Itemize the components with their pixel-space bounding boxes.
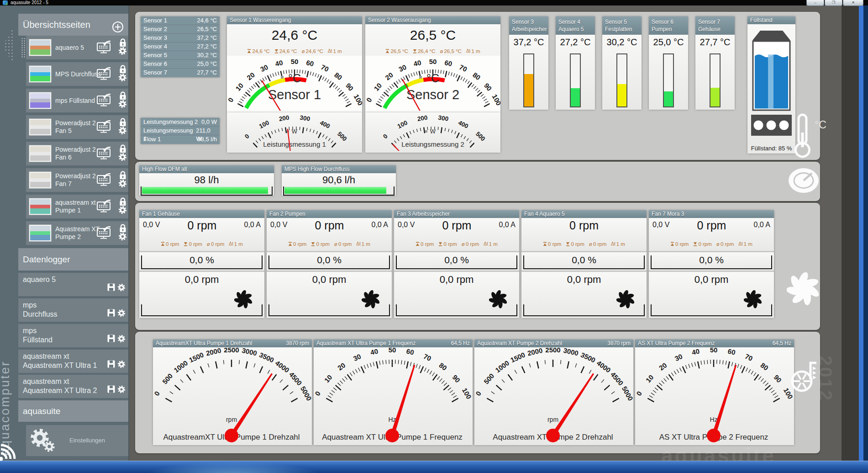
save-icon[interactable] [107,283,115,294]
min-icon [184,242,188,246]
sidebar-item-device[interactable]: mpsDurchfluss [18,298,129,322]
watermark-year: 2012 [815,356,836,402]
maximize-button[interactable]: ❐ [825,0,842,6]
gear-icon[interactable] [117,385,126,396]
fan-voltage: 0,0 V [398,219,415,229]
sidebar-page-item[interactable]: mps Füllstand [26,89,129,112]
svg-text:50: 50 [291,58,299,65]
svg-text:3000: 3000 [241,347,258,357]
svg-text:70: 70 [422,352,432,362]
collapse-arrow-icon[interactable] [1,26,13,65]
gear-icon[interactable] [117,309,126,319]
sidebar-page-item[interactable]: aquastream xtPumpe 1 [26,195,129,218]
stat-avg: ø24,6 °C [301,48,323,54]
gear-icon[interactable] [118,153,127,163]
svg-text:40: 40 [370,347,379,356]
send-to-display-icon[interactable] [96,200,112,214]
average-icon: ø [716,241,720,247]
stat-value: 1 m [616,241,625,247]
widget-header: Aquastream XT Pumpe 2 Drehzahl3870 rpm [474,340,633,347]
save-icon[interactable] [107,385,115,396]
widget-header: Aquastream XT Ultra Pumpe 1 Frequenz64,5… [314,340,473,347]
brand-vertical-text: aquacomputer [0,273,12,456]
average-icon: ø [207,241,210,247]
stat-value: 0 rpm [421,241,434,247]
sidebar-page-item[interactable]: MPS Durchfluss [26,62,129,86]
send-to-display-icon[interactable] [96,120,112,135]
page-thumbnail [29,198,52,215]
sidebar-page-item[interactable]: Poweradjust 2Fan 7 [26,168,129,192]
gear-icon[interactable] [118,47,127,57]
send-to-display-icon[interactable] [96,226,112,241]
gear-icon[interactable] [117,335,126,345]
gear-icon[interactable] [118,206,127,216]
fan-rpm-panel: 0,0 rpm [394,272,519,318]
sidebar-page-item[interactable]: Poweradjust 2Fan 6 [26,142,129,165]
stat-value: 24,6 °C [305,48,323,54]
sensor-list: Sensor 124,6 °CSensor 226,5 °CSensor 337… [141,16,220,77]
gear-icon[interactable] [118,126,127,137]
save-icon[interactable] [107,335,115,345]
sidebar-item-device[interactable]: mpsFüllstand [18,324,129,347]
flow-widget: MPS High Flow Durchfluss90,6 l/h [282,165,396,196]
thermometer-icon [791,113,815,161]
close-button[interactable]: ✕ [843,0,863,6]
rpm-bar [396,304,517,316]
drag-handle-icon[interactable] [21,37,25,58]
gauge-area: 0102030405060708090100°CSensor 2 [365,56,500,112]
svg-text:Leistungsmessung 2: Leistungsmessung 2 [401,140,464,148]
sensor-list-row: Sensor 727,7 °C [141,69,220,77]
gear-icon[interactable] [117,283,126,294]
level-bar [523,53,534,107]
sidebar-page-item[interactable]: aquaero 5 [26,36,129,59]
svg-text:0: 0 [365,96,373,103]
widget-title-line2: Festplatten [605,26,639,33]
svg-text:500: 500 [482,372,495,386]
stat-dt: Δt1 m [466,48,480,54]
gear-icon[interactable] [117,360,126,371]
sidebar-item-aquasuite[interactable]: aquasuite [18,400,129,422]
sidebar-item-device[interactable]: aquastream xtAquastream XT Ultra 1 [18,350,129,373]
device-icons [107,335,126,345]
svg-text:10: 10 [323,373,334,384]
fan-rpm-value: 0 rpm [315,219,344,232]
fan-readouts: 0,0 V0 rpm0,0 A [649,218,774,239]
send-to-display-icon[interactable] [96,94,112,108]
gear-icon[interactable] [118,100,127,110]
pump-gauge: 0500100015002000250030003500400045005000… [153,347,312,443]
sidebar-item-device[interactable]: aquastream xtAquastream XT Ultra 2 [18,375,129,398]
fan-rpm2-value: 0,0 rpm [649,272,774,286]
sidebar-item-datenlogger[interactable]: Datenlogger [18,248,129,271]
widget-title: Fan 3 Arbeitsspeicher [397,210,450,218]
fan-rpm2-value: 0,0 rpm [267,272,392,286]
gear-icon[interactable] [118,179,127,190]
sidebar-page-item[interactable]: Aquastream XTPumpe 2 [26,221,129,245]
svg-text:70: 70 [744,352,754,362]
widget-header: AS XT Ultra Pumpe 2 Frequenz64,5 Hz [635,340,794,347]
minimize-button[interactable]: – [806,0,824,6]
sidebar-page-item[interactable]: Poweradjust 2Fan 5 [26,115,129,139]
gear-icon[interactable] [118,232,127,243]
send-to-display-icon[interactable] [96,173,112,188]
power-list-row: Flow 198,5 l/h [141,135,220,144]
send-to-display-icon[interactable] [96,147,112,161]
sidebar-item-device[interactable]: aquaero 5 [18,273,129,296]
page-label-line1: mps Füllstand [55,97,95,105]
page-thumbnail [29,145,52,162]
stats-row: 0 rpm0 rpmø0 rpmΔt1 m [267,239,392,249]
sidebar-item-einstellungen[interactable]: Einstellungen [26,425,129,456]
save-icon[interactable] [107,360,115,371]
gear-icon[interactable] [118,73,127,84]
settings-label: Einstellungen [69,437,105,444]
send-to-display-icon[interactable] [96,67,112,82]
save-icon[interactable] [107,309,115,319]
svg-text:30: 30 [352,352,362,362]
max-icon [416,242,420,246]
stat-min: 0 rpm [438,241,457,247]
power-name: Leistungsmessung 1 [143,127,196,135]
svg-text:rpm: rpm [226,416,237,423]
widget-body: 0100200300400500WLeistungsmessung 2 [365,112,500,153]
svg-text:40: 40 [691,347,700,356]
windows-taskbar[interactable] [0,461,868,473]
send-to-display-icon[interactable] [96,41,112,55]
